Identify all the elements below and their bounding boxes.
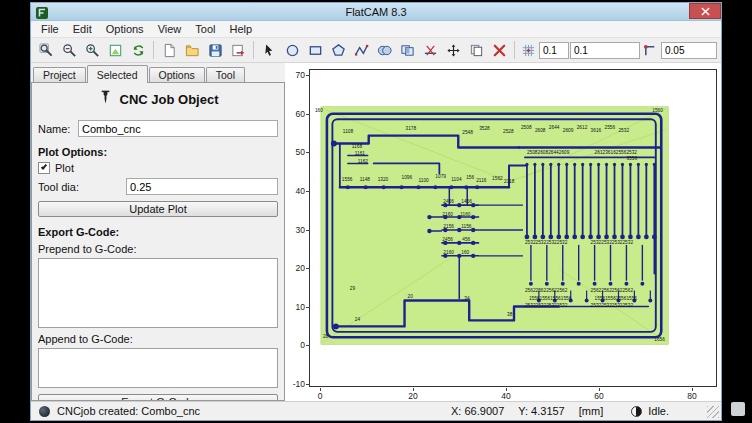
grid-y-input[interactable] — [570, 42, 640, 59]
board-annotation: 1162 — [358, 159, 369, 164]
export-image-icon — [231, 43, 246, 58]
y-tick-mark — [306, 345, 310, 346]
tab-project[interactable]: Project — [33, 67, 86, 82]
move-objects-button[interactable] — [442, 39, 464, 61]
corner-snap-button[interactable] — [641, 39, 660, 61]
resize-grip[interactable] — [707, 406, 719, 418]
menu-item-view[interactable]: View — [151, 22, 189, 36]
corner-snap-icon — [643, 43, 658, 58]
cut-path-button[interactable] — [419, 39, 441, 61]
status-bar: CNCjob created: Combo_cnc X: 66.9007 Y: … — [31, 401, 721, 420]
board-annotation: 2116 — [476, 178, 487, 183]
main-area: ProjectSelectedOptionsTool CNC Job Objec… — [31, 63, 721, 401]
board-annotation: 2456 — [443, 199, 454, 204]
select-shape-button[interactable] — [258, 39, 280, 61]
grid-x-input[interactable] — [539, 42, 569, 59]
tool-dia-label: Tool dia: — [38, 181, 126, 193]
board-annotation: 3556 — [626, 156, 637, 161]
polygon-union-button[interactable] — [373, 39, 395, 61]
board-annotation: 1148 — [360, 177, 371, 182]
add-polygon-button[interactable] — [327, 39, 349, 61]
close-button[interactable] — [689, 3, 721, 19]
board-annotation: 24 — [355, 317, 361, 322]
screen: FlatCAM 8.3 FileEditOptionsViewToolHelp … — [0, 0, 752, 423]
board-annotation: 2532 — [618, 128, 629, 133]
snap-max-input[interactable] — [661, 42, 717, 59]
tool-dia-input[interactable] — [126, 178, 278, 195]
plot-options-label: Plot Options: — [38, 146, 278, 158]
board-annotation: 3178 — [406, 126, 417, 131]
copy-objects-button[interactable] — [465, 39, 487, 61]
board-annotation: 2612361625562532 — [595, 150, 638, 155]
board-annotation: 1556 — [342, 177, 353, 182]
export-gcode-button[interactable]: Export G-Code — [38, 394, 278, 401]
y-tick-label: 20 — [285, 263, 305, 273]
add-polygon-icon — [331, 43, 346, 58]
update-plot-button[interactable]: Update Plot — [38, 201, 278, 217]
add-circle-button[interactable] — [281, 39, 303, 61]
copy-objects-icon — [469, 43, 484, 58]
menu-item-options[interactable]: Options — [99, 22, 151, 36]
menu-item-tool[interactable]: Tool — [188, 22, 222, 36]
open-project-button[interactable] — [181, 39, 203, 61]
append-textarea[interactable] — [38, 348, 278, 388]
zoom-out-icon — [62, 43, 77, 58]
export-image-button[interactable] — [227, 39, 249, 61]
zoom-fit-button[interactable] — [35, 39, 57, 61]
zoom-in-button[interactable] — [81, 39, 103, 61]
polygon-intersection-button[interactable] — [396, 39, 418, 61]
board-annotation: 1562 — [492, 176, 503, 181]
y-tick-label: -10 — [285, 379, 305, 389]
name-input[interactable] — [78, 120, 278, 137]
board-annotation: 38 — [507, 312, 513, 317]
pcb-plot: 1601108317825483528252825082608264426092… — [310, 70, 716, 386]
tab-selected[interactable]: Selected — [87, 65, 148, 83]
zoom-out-button[interactable] — [58, 39, 80, 61]
board-annotation: 2508 — [521, 125, 532, 130]
y-tick-mark — [306, 268, 310, 269]
board-annotation: 2456 — [442, 237, 453, 242]
pcb-board — [321, 107, 668, 344]
tab-options[interactable]: Options — [149, 67, 205, 82]
board-annotation: 1096 — [402, 175, 413, 180]
board-annotation: 2556 — [605, 125, 616, 130]
board-annotation: 2644 — [549, 125, 560, 130]
delete-shape-button[interactable] — [488, 39, 510, 61]
x-tick-label: 0 — [310, 391, 330, 401]
board-annotation: 1560 — [652, 108, 663, 113]
app-window: FlatCAM 8.3 FileEditOptionsViewToolHelp … — [30, 2, 722, 421]
board-annotation: 20 — [408, 294, 414, 299]
board-annotation: 2609 — [563, 128, 574, 133]
prepend-label: Prepend to G-Code: — [38, 243, 278, 255]
save-project-button[interactable] — [204, 39, 226, 61]
selected-tab-panel: CNC Job Object Name: Plot Options: Plot … — [31, 82, 285, 401]
polygon-intersection-icon — [400, 43, 415, 58]
plot-canvas[interactable]: 1601108317825483528252825082608264426092… — [285, 63, 721, 401]
menu-item-help[interactable]: Help — [222, 22, 259, 36]
replot-icon — [131, 43, 146, 58]
y-tick-mark — [306, 114, 310, 115]
prepend-textarea[interactable] — [38, 258, 278, 328]
replot-button[interactable] — [127, 39, 149, 61]
board-annotation: 1168 — [352, 144, 363, 149]
add-rectangle-button[interactable] — [304, 39, 326, 61]
board-annotation: 2608 — [535, 128, 546, 133]
board-annotation: 160 — [461, 250, 469, 255]
menu-item-file[interactable]: File — [34, 22, 66, 36]
tab-tool[interactable]: Tool — [206, 67, 245, 82]
board-annotation: 28 — [323, 334, 329, 339]
plot-checkbox[interactable] — [38, 162, 50, 174]
board-annotation: 34 — [464, 296, 470, 301]
new-project-button[interactable] — [158, 39, 180, 61]
clear-plot-button[interactable] — [104, 39, 126, 61]
cut-path-icon — [423, 43, 438, 58]
toolbar-separator — [153, 41, 154, 59]
tab-bar: ProjectSelectedOptionsTool — [31, 63, 285, 82]
title-bar[interactable]: FlatCAM 8.3 — [31, 3, 721, 21]
grid-snap-button[interactable] — [519, 39, 538, 61]
y-tick-mark — [306, 152, 310, 153]
move-objects-icon — [446, 43, 461, 58]
menu-item-edit[interactable]: Edit — [66, 22, 99, 36]
board-annotation: 1556155615561556 — [595, 296, 638, 301]
add-path-button[interactable] — [350, 39, 372, 61]
